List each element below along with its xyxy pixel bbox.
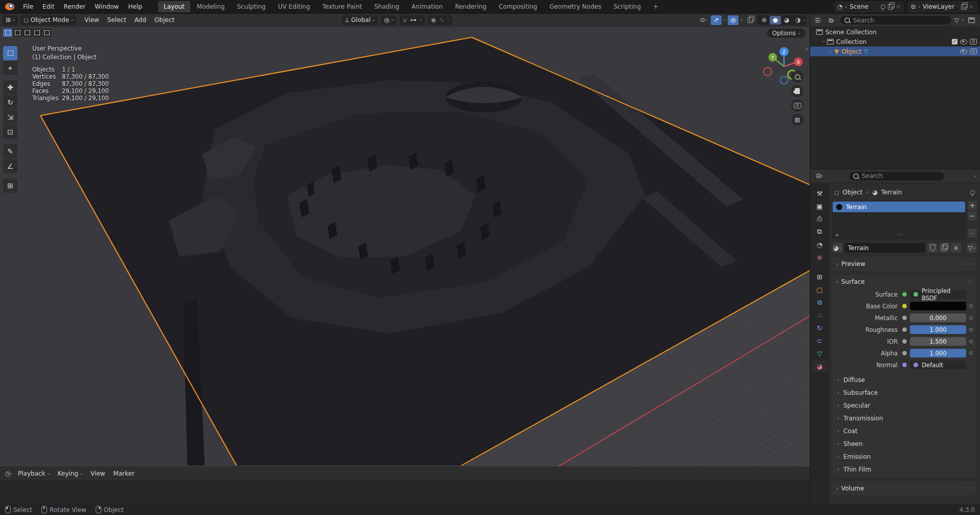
new-material-button[interactable] bbox=[939, 243, 949, 253]
snap-target-icon[interactable]: ⊶ bbox=[410, 16, 417, 24]
properties-tab-render[interactable]: ▣ bbox=[812, 200, 827, 212]
snapping-group[interactable]: ∪ ⊶ › bbox=[400, 15, 425, 25]
properties-tab-collection[interactable]: ⊞ bbox=[812, 271, 827, 282]
workspace-tab-animation[interactable]: Animation bbox=[406, 1, 448, 12]
mode-selector[interactable]: ▢ Object Mode › bbox=[20, 15, 76, 25]
alpha-field[interactable]: 1.000 bbox=[910, 349, 966, 357]
animate-decorator-icon[interactable] bbox=[969, 340, 973, 343]
xray-toggle-icon[interactable] bbox=[745, 15, 755, 25]
blender-logo-icon[interactable] bbox=[5, 3, 14, 10]
new-view-layer-icon[interactable] bbox=[961, 4, 966, 10]
workspace-tab--[interactable]: + bbox=[647, 1, 664, 12]
animate-decorator-icon[interactable] bbox=[969, 304, 973, 308]
base-color-field[interactable] bbox=[910, 302, 966, 310]
menu-window[interactable]: Window bbox=[90, 3, 123, 10]
editor-type-button[interactable]: ⊞ › bbox=[3, 15, 18, 25]
animate-decorator-icon[interactable] bbox=[969, 316, 973, 320]
select-mode-extend[interactable] bbox=[13, 29, 22, 37]
subpanel-specular[interactable]: ›Specular bbox=[832, 399, 977, 412]
expand-icon[interactable]: › bbox=[837, 441, 839, 446]
hide-viewport-icon[interactable] bbox=[960, 49, 967, 54]
outliner-row-collection[interactable]: › Collection ✓ bbox=[810, 37, 980, 47]
remove-slot-button[interactable]: − bbox=[968, 211, 977, 220]
surface-panel[interactable]: › Surface ∷∷ SurfacePrincipled BSDFBase … bbox=[832, 275, 977, 478]
tool-select-box[interactable] bbox=[3, 46, 17, 60]
chevron-down-icon[interactable]: › bbox=[972, 175, 978, 177]
expand-icon[interactable]: › bbox=[830, 49, 832, 54]
viewport-3d[interactable]: Options › User Perspective (1) Collectio… bbox=[0, 27, 810, 466]
material-slot-list[interactable]: Terrain ► ∷∷ bbox=[832, 201, 966, 239]
properties-tab-output[interactable]: ⎙ bbox=[812, 213, 827, 225]
viewport-menu-view[interactable]: View bbox=[80, 16, 103, 24]
workspace-tab-shading[interactable]: Shading bbox=[368, 1, 405, 12]
subpanel-emission[interactable]: ›Emission bbox=[832, 450, 977, 463]
solid-shading-icon[interactable]: ● bbox=[770, 16, 781, 25]
subpanel-subsurface[interactable]: ›Subsurface bbox=[832, 386, 977, 399]
properties-tab-world[interactable]: ⊕ bbox=[812, 252, 827, 263]
viewport-menu-add[interactable]: Add bbox=[130, 16, 150, 24]
chevron-down-icon[interactable]: › bbox=[802, 19, 808, 21]
timeline-menu-view[interactable]: View bbox=[86, 470, 109, 477]
expand-icon[interactable]: › bbox=[837, 377, 839, 383]
disable-render-icon[interactable] bbox=[970, 39, 977, 44]
workspace-tab-uv-editing[interactable]: UV Editing bbox=[272, 1, 316, 12]
workspace-tab-scripting[interactable]: Scripting bbox=[608, 1, 646, 12]
workspace-tab-layout[interactable]: Layout bbox=[158, 1, 190, 12]
workspace-tab-texture-paint[interactable]: Texture Paint bbox=[317, 1, 367, 12]
metallic-field[interactable]: 0.000 bbox=[910, 314, 966, 322]
surface-field[interactable]: Principled BSDF bbox=[910, 290, 966, 299]
menu-file[interactable]: File bbox=[18, 3, 38, 10]
chevron-down-icon[interactable]: › bbox=[960, 19, 966, 21]
expand-icon[interactable]: › bbox=[837, 415, 839, 421]
subpanel-transmission[interactable]: ›Transmission bbox=[832, 412, 977, 424]
tool-measure[interactable]: ∠ bbox=[3, 159, 17, 173]
subpanel-sheen[interactable]: ›Sheen bbox=[832, 437, 977, 450]
node-tree-button[interactable]: ▽› bbox=[967, 243, 977, 253]
pin-id-icon[interactable] bbox=[970, 190, 975, 195]
ior-field[interactable]: 1.500 bbox=[910, 337, 966, 346]
properties-tab-material[interactable]: ◕ bbox=[812, 361, 827, 372]
expand-icon[interactable]: › bbox=[837, 390, 839, 395]
filter-icon[interactable]: ▽ bbox=[954, 17, 959, 24]
zoom-button[interactable] bbox=[791, 71, 803, 83]
properties-editor-icon[interactable]: ⊟› bbox=[814, 171, 825, 181]
unlink-material-button[interactable]: × bbox=[951, 243, 961, 253]
expand-icon[interactable]: › bbox=[836, 261, 838, 267]
timeline-menu-keying[interactable]: Keying› bbox=[54, 470, 86, 477]
collection-checkbox[interactable]: ✓ bbox=[952, 39, 957, 44]
select-mode-set[interactable] bbox=[3, 29, 12, 37]
tool-move[interactable]: ✚ bbox=[3, 80, 17, 95]
subpanel-coat[interactable]: ›Coat bbox=[832, 424, 977, 437]
chevron-down-icon[interactable]: › bbox=[739, 19, 745, 21]
outliner-search[interactable]: Search bbox=[840, 15, 952, 25]
grip-icon[interactable]: ∷∷ bbox=[966, 261, 973, 266]
properties-tab-constraints[interactable]: ⊂ bbox=[812, 335, 827, 346]
pivot-point-button[interactable]: ◎ › bbox=[381, 15, 396, 25]
volume-panel[interactable]: › Volume ∷∷ bbox=[832, 481, 977, 496]
browse-material-button[interactable]: ◕› bbox=[832, 243, 842, 253]
scene-selector[interactable]: ◔ › Scene × bbox=[834, 2, 904, 12]
new-scene-icon[interactable] bbox=[888, 4, 893, 10]
properties-tab-tool[interactable]: ⚒ bbox=[812, 188, 827, 199]
tool-transform[interactable]: ⊡ bbox=[3, 125, 17, 139]
outliner-row-scene-collection[interactable]: Scene Collection bbox=[810, 27, 980, 37]
magnet-icon[interactable]: ∪ bbox=[403, 16, 407, 24]
expand-icon[interactable]: › bbox=[837, 466, 839, 472]
add-slot-button[interactable]: + bbox=[968, 201, 977, 210]
grip-icon[interactable]: ∷∷ bbox=[898, 232, 903, 237]
grip-icon[interactable]: ∷∷ bbox=[966, 486, 973, 491]
workspace-tab-compositing[interactable]: Compositing bbox=[493, 1, 542, 12]
subpanel-diffuse[interactable]: ›Diffuse bbox=[832, 373, 977, 386]
breadcrumb-material[interactable]: Terrain bbox=[881, 189, 902, 196]
tool-scale[interactable]: ⇲ bbox=[3, 110, 17, 124]
camera-view-button[interactable] bbox=[791, 99, 803, 111]
grip-icon[interactable]: ∷∷ bbox=[966, 279, 973, 284]
new-collection-icon[interactable] bbox=[966, 15, 977, 25]
properties-tab-particles[interactable]: ∴ bbox=[812, 309, 827, 321]
material-slot-active[interactable]: Terrain bbox=[833, 201, 965, 212]
proportional-edit-group[interactable]: ◉ ∿ › bbox=[428, 15, 453, 25]
collapse-region-icon[interactable]: ‹ bbox=[805, 45, 808, 52]
properties-tab-modifiers[interactable]: ⚙ bbox=[812, 297, 827, 308]
viewport-menu-object[interactable]: Object bbox=[150, 16, 179, 24]
workspace-tab-sculpting[interactable]: Sculpting bbox=[231, 1, 271, 12]
